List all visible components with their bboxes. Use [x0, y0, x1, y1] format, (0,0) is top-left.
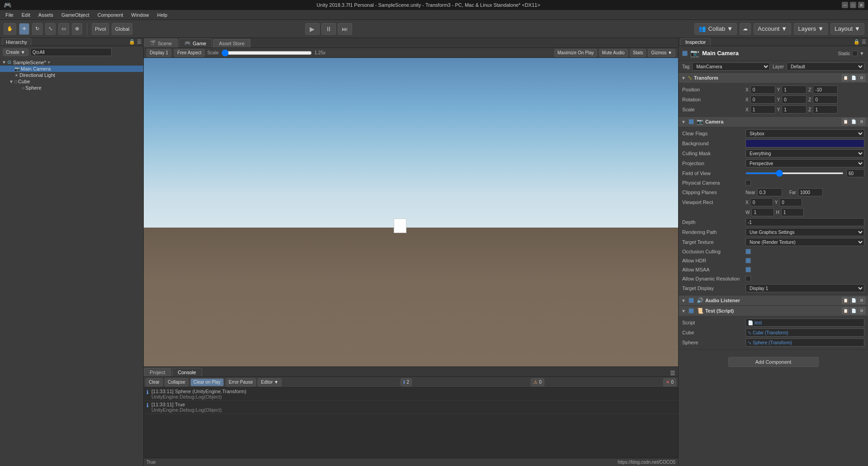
audio-listener-checkbox[interactable]	[689, 298, 694, 303]
inspector-tab[interactable]: Inspector	[680, 38, 711, 46]
cube-ref[interactable]: ⤡ Cube (Transform)	[745, 328, 864, 337]
console-tab[interactable]: Console	[172, 368, 202, 376]
console-clear-on-play-button[interactable]: Clear on Play	[190, 378, 224, 386]
script-paste-btn[interactable]: 📄	[850, 307, 857, 314]
add-component-button[interactable]: Add Component	[728, 357, 819, 367]
culling-mask-dropdown[interactable]: Everything	[745, 149, 864, 157]
hierarchy-cube[interactable]: ▼ □ Cube	[0, 78, 143, 85]
position-y[interactable]	[782, 86, 807, 94]
clipping-far[interactable]	[798, 188, 823, 196]
step-button[interactable]: ⏭	[338, 23, 352, 35]
console-row-0[interactable]: ℹ [11:33:11] Sphere (UnityEngine.Transfo…	[144, 388, 678, 401]
viewport-y[interactable]	[779, 198, 802, 206]
console-clear-button[interactable]: Clear	[146, 378, 163, 386]
stats-button[interactable]: Stats	[630, 49, 646, 57]
maximize-button[interactable]: □	[850, 2, 856, 8]
cloud-button[interactable]: ☁	[740, 23, 751, 35]
audio-settings-btn[interactable]: ⚙	[858, 297, 865, 304]
test-script-checkbox[interactable]	[689, 308, 694, 314]
game-tab[interactable]: 🎮 Game	[179, 38, 212, 48]
script-settings-btn[interactable]: ⚙	[858, 307, 865, 314]
layers-dropdown[interactable]: Layers ▼	[794, 23, 828, 35]
hierarchy-menu[interactable]: ☰	[137, 39, 142, 45]
layout-dropdown[interactable]: Layout ▼	[830, 23, 864, 35]
inspector-menu[interactable]: ☰	[862, 39, 866, 45]
collab-button[interactable]: 👥 Collab ▼	[694, 23, 737, 35]
rendering-path-dropdown[interactable]: Use Graphics Settings	[745, 228, 864, 236]
script-copy-btn[interactable]: 📋	[842, 307, 849, 314]
tool-rect[interactable]: ▭	[58, 23, 69, 35]
hierarchy-search[interactable]	[30, 48, 112, 56]
hierarchy-tab[interactable]: Hierarchy	[2, 38, 31, 46]
allow-msaa-checkbox[interactable]	[745, 267, 751, 272]
target-display-dropdown[interactable]: Display 1	[745, 284, 864, 292]
scene-tab[interactable]: 🎬 Scene	[144, 38, 178, 48]
project-tab[interactable]: Project	[144, 368, 171, 376]
position-x[interactable]	[750, 86, 775, 94]
background-color-swatch[interactable]	[745, 139, 864, 147]
depth-input[interactable]	[745, 218, 864, 226]
tag-dropdown[interactable]: MainCamera	[692, 62, 770, 71]
position-z[interactable]	[813, 86, 838, 94]
audio-copy-btn[interactable]: 📋	[842, 297, 849, 304]
asset-store-tab[interactable]: Asset Store	[213, 39, 250, 48]
account-dropdown[interactable]: Account ▼	[754, 23, 791, 35]
viewport-x[interactable]	[750, 198, 773, 206]
scale-z[interactable]	[813, 105, 838, 114]
camera-paste-btn[interactable]: 📄	[850, 118, 857, 125]
menu-component[interactable]: Component	[94, 11, 127, 19]
rotation-x[interactable]	[750, 95, 775, 104]
transform-paste-btn[interactable]: 📄	[850, 74, 857, 81]
gizmos-dropdown[interactable]: Gizmos ▼	[648, 49, 675, 57]
camera-header[interactable]: ▼ 📷 Camera 📋 📄 ⚙	[679, 117, 868, 127]
menu-gameobject[interactable]: GameObject	[58, 11, 93, 19]
create-dropdown[interactable]: Create ▼	[3, 48, 28, 56]
layer-dropdown[interactable]: Default	[787, 62, 864, 71]
rotation-z[interactable]	[813, 95, 838, 104]
hierarchy-directional-light[interactable]: ☀ Directional Light	[0, 72, 143, 78]
audio-paste-btn[interactable]: 📄	[850, 297, 857, 304]
clipping-near[interactable]	[757, 188, 782, 196]
transform-settings-btn[interactable]: ⚙	[858, 74, 865, 81]
hierarchy-lock[interactable]: 🔒	[129, 39, 135, 45]
bottom-panel-menu[interactable]: ☰	[670, 370, 675, 376]
aspect-dropdown[interactable]: Free Aspect	[174, 49, 204, 57]
camera-settings-btn[interactable]: ⚙	[858, 118, 865, 125]
fov-slider[interactable]	[745, 172, 844, 174]
menu-edit[interactable]: Edit	[18, 11, 34, 19]
scale-slider[interactable]	[222, 49, 312, 57]
sphere-ref[interactable]: ⤡ Sphere (Transform)	[745, 338, 864, 347]
inspector-lock[interactable]: 🔒	[854, 39, 860, 45]
console-error-pause-button[interactable]: Error Pause	[226, 378, 256, 386]
menu-assets[interactable]: Assets	[35, 11, 57, 19]
camera-enabled-checkbox[interactable]	[689, 119, 694, 124]
console-collapse-button[interactable]: Collapse	[165, 378, 189, 386]
target-texture-dropdown[interactable]: None (Render Texture)	[745, 238, 864, 246]
viewport-h[interactable]	[781, 208, 804, 216]
global-button[interactable]: Global	[112, 23, 132, 35]
hierarchy-sphere[interactable]: ○ Sphere	[0, 85, 143, 91]
scale-y[interactable]	[782, 105, 807, 114]
tool-move[interactable]: ✛	[19, 23, 29, 35]
minimize-button[interactable]: ─	[842, 2, 848, 8]
tool-transform[interactable]: ⊕	[72, 23, 82, 35]
projection-dropdown[interactable]: Perspective	[745, 159, 864, 167]
audio-listener-header[interactable]: ▼ 🔊 Audio Listener 📋 📄 ⚙	[679, 295, 868, 305]
static-dropdown[interactable]: ▼	[859, 51, 864, 56]
static-checkbox[interactable]	[852, 51, 858, 56]
tool-rotate[interactable]: ↻	[32, 23, 42, 35]
close-button[interactable]: ✕	[858, 2, 864, 8]
pause-button[interactable]: ⏸	[321, 23, 336, 35]
tool-hand[interactable]: ✋	[4, 23, 16, 35]
hierarchy-main-camera[interactable]: 📷 Main Camera	[0, 66, 143, 72]
object-active-checkbox[interactable]	[682, 51, 688, 56]
allow-dynamic-res-checkbox[interactable]	[745, 276, 751, 281]
camera-copy-btn[interactable]: 📋	[842, 118, 849, 125]
scale-x[interactable]	[750, 105, 775, 114]
menu-file[interactable]: File	[2, 11, 17, 19]
allow-hdr-checkbox[interactable]	[745, 258, 751, 263]
mute-audio-button[interactable]: Mute Audio	[599, 49, 628, 57]
console-editor-button[interactable]: Editor ▼	[258, 378, 282, 386]
display-dropdown[interactable]: Display 1	[146, 49, 171, 57]
tool-scale[interactable]: ⤡	[45, 23, 56, 35]
